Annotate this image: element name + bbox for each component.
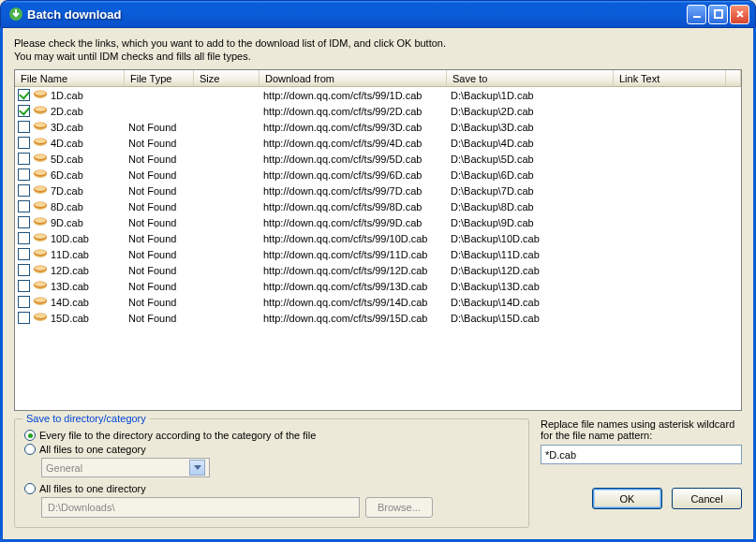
file-icon <box>33 216 48 229</box>
table-row[interactable]: 11D.cabNot Foundhttp://down.qq.com/cf/ts… <box>15 246 741 262</box>
row-checkbox[interactable] <box>18 137 30 149</box>
cell-save-to: D:\Backup\3D.cab <box>447 121 614 134</box>
maximize-button[interactable] <box>708 5 728 24</box>
cell-file-type: Not Found <box>125 264 194 277</box>
radio-one-directory[interactable] <box>24 483 36 494</box>
table-row[interactable]: 14D.cabNot Foundhttp://down.qq.com/cf/ts… <box>15 294 741 310</box>
svg-point-35 <box>35 250 46 255</box>
radio-one-category[interactable] <box>24 444 36 455</box>
cell-file-type: Not Found <box>125 216 194 229</box>
file-icon <box>33 232 48 245</box>
row-checkbox[interactable] <box>18 312 30 324</box>
col-link-text[interactable]: Link Text <box>614 70 726 86</box>
row-checkbox[interactable] <box>18 264 30 276</box>
cell-save-to: D:\Backup\5D.cab <box>447 153 614 166</box>
close-button[interactable] <box>730 5 749 24</box>
table-row[interactable]: 12D.cabNot Foundhttp://down.qq.com/cf/ts… <box>15 262 741 278</box>
cell-link-text <box>614 142 726 144</box>
cell-file-name: 3D.cab <box>51 122 83 133</box>
minimize-button[interactable] <box>687 5 706 24</box>
cell-link-text <box>614 254 726 256</box>
cell-size <box>194 110 259 112</box>
category-combo[interactable]: General <box>41 458 210 477</box>
cell-download-from: http://down.qq.com/cf/ts/99/8D.cab <box>259 200 447 213</box>
cell-download-from: http://down.qq.com/cf/ts/99/10D.cab <box>259 232 447 245</box>
directory-input[interactable]: D:\Downloads\ <box>41 497 360 518</box>
pattern-label: Replace file names using asterisk wildca… <box>541 418 742 441</box>
row-checkbox[interactable] <box>18 232 30 244</box>
instruction-line-1: Please check the links, which you want t… <box>14 37 742 49</box>
row-checkbox[interactable] <box>18 168 30 181</box>
file-icon <box>33 168 48 182</box>
file-icon <box>33 105 48 118</box>
browse-button[interactable]: Browse... <box>365 497 433 518</box>
cell-file-type: Not Found <box>125 232 194 245</box>
cell-size <box>194 238 259 240</box>
cell-save-to: D:\Backup\2D.cab <box>447 105 614 118</box>
cell-size <box>194 206 259 208</box>
cell-save-to: D:\Backup\15D.cab <box>447 312 614 325</box>
row-checkbox[interactable] <box>18 200 30 212</box>
row-checkbox[interactable] <box>18 280 30 292</box>
cell-link-text <box>614 206 726 208</box>
cell-size <box>194 222 259 224</box>
cell-file-type: Not Found <box>125 137 194 150</box>
table-row[interactable]: 13D.cabNot Foundhttp://down.qq.com/cf/ts… <box>15 278 741 294</box>
table-row[interactable]: 8D.cabNot Foundhttp://down.qq.com/cf/ts/… <box>15 198 741 214</box>
titlebar[interactable]: Batch download <box>0 0 756 28</box>
table-row[interactable]: 1D.cabhttp://down.qq.com/cf/ts/99/1D.cab… <box>15 87 741 103</box>
ok-button[interactable]: OK <box>592 488 662 509</box>
svg-point-47 <box>35 314 46 318</box>
table-row[interactable]: 7D.cabNot Foundhttp://down.qq.com/cf/ts/… <box>15 183 741 198</box>
cell-save-to: D:\Backup\9D.cab <box>447 216 614 229</box>
svg-point-32 <box>35 234 46 239</box>
row-checkbox[interactable] <box>18 216 30 228</box>
table-row[interactable]: 10D.cabNot Foundhttp://down.qq.com/cf/ts… <box>15 230 741 246</box>
row-checkbox[interactable] <box>18 105 30 117</box>
table-row[interactable]: 9D.cabNot Foundhttp://down.qq.com/cf/ts/… <box>15 214 741 230</box>
cell-download-from: http://down.qq.com/cf/ts/99/7D.cab <box>259 184 447 198</box>
table-row[interactable]: 2D.cabhttp://down.qq.com/cf/ts/99/2D.cab… <box>15 103 741 119</box>
cell-file-type: Not Found <box>125 168 194 182</box>
cell-download-from: http://down.qq.com/cf/ts/99/1D.cab <box>259 89 447 102</box>
pattern-input[interactable] <box>541 445 742 464</box>
cell-size <box>194 190 259 192</box>
table-row[interactable]: 5D.cabNot Foundhttp://down.qq.com/cf/ts/… <box>15 151 741 167</box>
svg-point-5 <box>35 91 46 95</box>
row-checkbox[interactable] <box>18 184 30 197</box>
cell-file-type: Not Found <box>125 184 194 198</box>
col-file-type[interactable]: File Type <box>125 70 194 86</box>
cell-link-text <box>614 238 726 240</box>
cancel-button[interactable]: Cancel <box>672 488 742 509</box>
cell-save-to: D:\Backup\1D.cab <box>447 89 614 102</box>
cell-link-text <box>614 301 726 303</box>
table-row[interactable]: 15D.cabNot Foundhttp://down.qq.com/cf/ts… <box>15 310 741 326</box>
radio-by-category-label: Every file to the directory according to… <box>39 430 316 441</box>
cell-file-type <box>125 95 194 96</box>
table-row[interactable]: 3D.cabNot Foundhttp://down.qq.com/cf/ts/… <box>15 119 741 135</box>
cell-download-from: http://down.qq.com/cf/ts/99/12D.cab <box>259 264 447 277</box>
svg-point-23 <box>35 186 46 191</box>
file-icon <box>33 312 48 325</box>
table-row[interactable]: 6D.cabNot Foundhttp://down.qq.com/cf/ts/… <box>15 167 741 183</box>
cell-file-name: 5D.cab <box>51 154 83 165</box>
cell-link-text <box>614 317 726 319</box>
col-file-name[interactable]: File Name <box>15 70 125 86</box>
cell-link-text <box>614 126 726 128</box>
radio-by-category[interactable] <box>24 430 36 441</box>
col-save-to[interactable]: Save to <box>447 70 614 86</box>
file-icon <box>33 264 48 277</box>
col-download-from[interactable]: Download from <box>259 70 447 86</box>
cell-size <box>194 254 259 256</box>
col-size[interactable]: Size <box>194 70 259 86</box>
table-row[interactable]: 4D.cabNot Foundhttp://down.qq.com/cf/ts/… <box>15 135 741 151</box>
cell-download-from: http://down.qq.com/cf/ts/99/11D.cab <box>259 248 447 261</box>
row-checkbox[interactable] <box>18 153 30 165</box>
cell-size <box>194 301 259 303</box>
row-checkbox[interactable] <box>18 296 30 308</box>
radio-one-category-label: All files to one category <box>39 444 146 455</box>
row-checkbox[interactable] <box>18 248 30 260</box>
row-checkbox[interactable] <box>18 89 30 101</box>
row-checkbox[interactable] <box>18 121 30 133</box>
cell-size <box>194 126 259 128</box>
